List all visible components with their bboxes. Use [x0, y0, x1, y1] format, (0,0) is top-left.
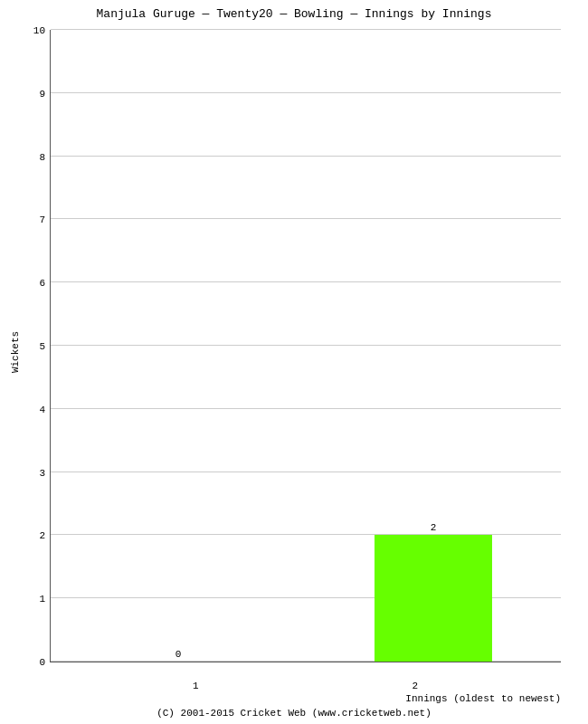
y-label-8: 8	[39, 152, 51, 163]
y-label-4: 4	[39, 405, 51, 415]
gridline-6	[51, 281, 561, 282]
bar-value-0: 0	[175, 649, 182, 662]
y-label-2: 2	[39, 530, 51, 541]
x-axis-title: Innings (oldest to newest)	[0, 693, 561, 704]
chart-container: Manjula Guruge — Twenty20 — Bowling — In…	[0, 0, 588, 724]
copyright: (C) 2001-2015 Cricket Web (www.cricketwe…	[0, 704, 588, 724]
y-axis-title: Wickets	[10, 330, 21, 372]
gridline-5	[51, 345, 561, 346]
y-label-6: 6	[39, 278, 51, 289]
gridline-4	[51, 408, 561, 409]
y-label-5: 5	[39, 341, 51, 352]
gridline-9	[51, 92, 561, 93]
gridline-3	[51, 472, 561, 472]
y-label-1: 1	[39, 594, 51, 605]
y-label-3: 3	[39, 468, 51, 479]
x-label-1: 2	[412, 681, 418, 691]
x-label-0: 1	[193, 681, 199, 691]
chart-title: Manjula Guruge — Twenty20 — Bowling — In…	[0, 0, 588, 24]
bar-1: 2	[375, 535, 492, 662]
y-label-7: 7	[39, 214, 51, 225]
chart-inner: 01234567891002	[50, 30, 561, 662]
gridline-10	[51, 29, 561, 30]
y-label-9: 9	[39, 89, 51, 100]
gridline-7	[51, 218, 561, 219]
gridline-8	[51, 156, 561, 157]
y-label-10: 10	[33, 25, 51, 36]
y-label-0: 0	[39, 657, 51, 668]
bar-value-1: 2	[431, 522, 437, 535]
